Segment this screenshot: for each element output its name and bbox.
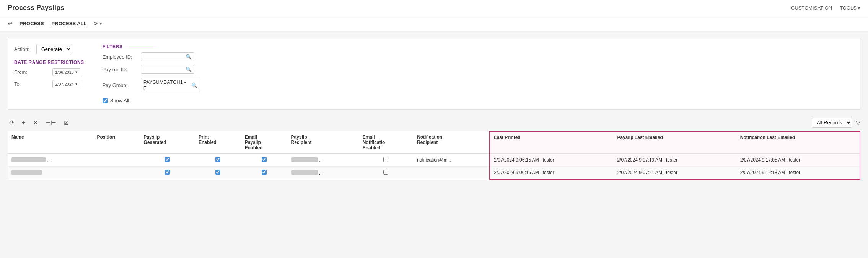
grid-toolbar: ⟳ + ✕ ⊣⊢ ⊠ All Records 10 Records 25 Rec…	[8, 114, 860, 131]
main-content: Action: Generate DATE RANGE RESTRICTIONS…	[0, 31, 868, 186]
cell-payslip-recipient: ...	[287, 154, 359, 167]
cell-notification-recipient	[413, 167, 490, 179]
grid-delete-button[interactable]: ✕	[31, 118, 39, 127]
action-label: Action:	[14, 46, 29, 52]
date-range-section: DATE RANGE RESTRICTIONS From: 1/06/2018 …	[14, 60, 87, 88]
pay-run-id-search-icon[interactable]: 🔍	[186, 67, 192, 72]
process-all-button[interactable]: PROCESS ALL	[51, 19, 88, 28]
pay-group-label: Pay Group:	[103, 82, 137, 88]
history-button[interactable]: ⟳ ▾	[94, 21, 102, 26]
cell-notification-last-emailed: 2/07/2024 9:12:18 AM , tester	[736, 167, 860, 179]
col-payslip-recipient: PayslipRecipient	[287, 131, 359, 154]
date-range-title: DATE RANGE RESTRICTIONS	[14, 60, 87, 65]
cell-payslip-recipient: ...	[287, 167, 359, 179]
show-all-checkbox[interactable]	[103, 98, 108, 103]
name-gray-bar	[11, 170, 42, 175]
col-email-notification-enabled: EmailNotificatioEnabled	[359, 131, 413, 154]
from-date-value: 1/06/2018	[55, 70, 74, 75]
cell-email-notification-enabled	[359, 167, 413, 179]
grid-refresh-button[interactable]: ⟳	[8, 118, 16, 127]
cell-print-enabled	[195, 167, 241, 179]
filters-section: FILTERS Employee ID: 🔍 Pay run ID: 🔍	[103, 44, 200, 103]
cell-last-printed: 2/07/2024 9:06:15 AM , tester	[490, 154, 613, 167]
to-label: To:	[14, 81, 49, 87]
col-payslip-generated: PayslipGenerated	[140, 131, 195, 154]
payslip-generated-checkbox[interactable]	[165, 170, 170, 175]
cell-name	[8, 167, 93, 179]
col-position: Position	[93, 131, 140, 154]
name-gray-bar	[11, 157, 46, 162]
filter-icon[interactable]: ▽	[856, 119, 860, 126]
from-label: From:	[14, 69, 49, 75]
payslip-generated-checkbox[interactable]	[165, 157, 170, 162]
grid-toolbar-right: All Records 10 Records 25 Records 50 Rec…	[812, 118, 860, 128]
grid-add-button[interactable]: +	[20, 119, 27, 127]
employee-id-label: Employee ID:	[103, 54, 137, 60]
cell-payslip-generated	[140, 167, 195, 179]
payslip-recipient-gray-bar	[291, 157, 318, 162]
cell-email-payslip-enabled	[241, 154, 287, 167]
col-print-enabled: PrintEnabled	[195, 131, 241, 154]
top-bar-actions: CUSTOMISATION TOOLS ▾	[791, 5, 860, 11]
to-date-dropdown-icon[interactable]: ▾	[75, 82, 78, 87]
show-all-label[interactable]: Show All	[110, 98, 129, 103]
col-email-payslip-enabled: EmailPayslipEnabled	[241, 131, 287, 154]
pay-run-id-label: Pay run ID:	[103, 67, 137, 72]
records-select[interactable]: All Records 10 Records 25 Records 50 Rec…	[812, 118, 852, 128]
cell-notification-last-emailed: 2/07/2024 9:17:05 AM , tester	[736, 154, 860, 167]
pay-group-input-wrapper: PAYSUMBATCH1 - F 🔍	[141, 78, 200, 92]
undo-button[interactable]: ↩	[8, 20, 13, 27]
payslip-recipient-gray-bar	[291, 170, 318, 175]
email-notification-enabled-checkbox[interactable]	[383, 157, 388, 162]
employee-id-input[interactable]	[143, 54, 184, 60]
pay-group-value: PAYSUMBATCH1 - F	[143, 79, 190, 91]
col-notification-last-emailed: Notification Last Emailed	[736, 131, 860, 154]
history-dropdown-icon: ▾	[99, 21, 102, 26]
grid-toolbar-left: ⟳ + ✕ ⊣⊢ ⊠	[8, 118, 70, 127]
data-table-wrapper: Name Position PayslipGenerated PrintEnab…	[8, 131, 860, 180]
cell-payslip-last-emailed: 2/07/2024 9:07:19 AM , tester	[613, 154, 736, 167]
cell-position	[93, 154, 140, 167]
tools-button[interactable]: TOOLS ▾	[840, 5, 860, 11]
print-enabled-checkbox[interactable]	[215, 157, 220, 162]
email-notification-enabled-checkbox[interactable]	[383, 170, 388, 175]
email-payslip-enabled-checkbox[interactable]	[262, 170, 267, 175]
from-date-dropdown-icon[interactable]: ▾	[75, 70, 78, 75]
col-notification-recipient: NotificationRecipient	[413, 131, 490, 154]
cell-last-printed: 2/07/2024 9:06:16 AM , tester	[490, 167, 613, 179]
col-payslip-last-emailed: Payslip Last Emailed	[613, 131, 736, 154]
name-ellipsis: ...	[47, 158, 51, 163]
grid-export-button[interactable]: ⊠	[62, 118, 70, 127]
process-button[interactable]: PROCESS	[19, 19, 45, 28]
data-table: Name Position PayslipGenerated PrintEnab…	[8, 131, 860, 180]
cell-email-notification-enabled	[359, 154, 413, 167]
tools-dropdown-icon: ▾	[858, 5, 860, 11]
main-toolbar: ↩ PROCESS PROCESS ALL ⟳ ▾	[0, 16, 868, 31]
action-select[interactable]: Generate	[36, 44, 72, 54]
from-date-input[interactable]: 1/06/2018 ▾	[52, 68, 80, 76]
print-enabled-checkbox[interactable]	[215, 170, 220, 175]
pay-run-id-input[interactable]	[143, 67, 184, 72]
email-payslip-enabled-checkbox[interactable]	[262, 157, 267, 162]
cell-notification-recipient: notification@m...	[413, 154, 490, 167]
table-row: ... ...	[8, 154, 860, 167]
form-section: Action: Generate DATE RANGE RESTRICTIONS…	[8, 38, 860, 110]
history-icon: ⟳	[94, 21, 98, 26]
customisation-link[interactable]: CUSTOMISATION	[791, 5, 832, 11]
employee-id-input-wrapper: 🔍	[141, 52, 194, 61]
cell-print-enabled	[195, 154, 241, 167]
grid-fit-columns-button[interactable]: ⊣⊢	[44, 118, 58, 127]
col-name: Name	[8, 131, 93, 154]
cell-payslip-generated	[140, 154, 195, 167]
filters-title: FILTERS	[103, 44, 200, 49]
employee-id-search-icon[interactable]: 🔍	[186, 54, 192, 60]
pay-group-search-icon[interactable]: 🔍	[191, 82, 197, 88]
table-row: ... 2/07/2024 9:06:16 AM , tester 2/07/2…	[8, 167, 860, 179]
to-date-input[interactable]: 2/07/2024 ▾	[52, 80, 80, 88]
col-last-printed: Last Printed	[490, 131, 613, 154]
cell-email-payslip-enabled	[241, 167, 287, 179]
pay-run-id-input-wrapper: 🔍	[141, 65, 194, 74]
page-title: Process Payslips	[8, 4, 64, 12]
cell-position	[93, 167, 140, 179]
payslip-recipient-ellipsis: ...	[319, 170, 323, 176]
